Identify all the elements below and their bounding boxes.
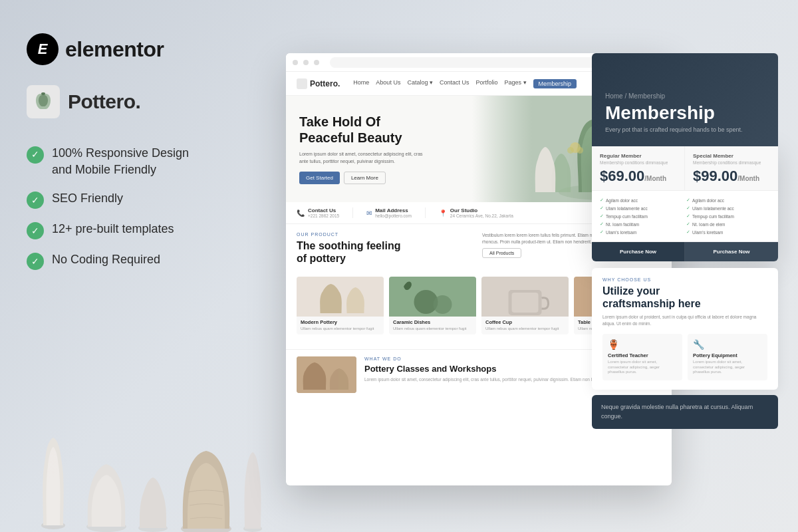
nav-contact[interactable]: Contact Us	[440, 79, 469, 88]
membership-panel: Home / Membership Membership Every pot t…	[592, 53, 778, 429]
svg-rect-15	[512, 293, 539, 313]
product-name-2: Caramic Dishes	[393, 319, 472, 325]
pricing-features-section: Agilam dolor acc Agilam dolor acc Ulam I…	[592, 191, 778, 242]
hero-btn-primary[interactable]: Get Started	[299, 172, 340, 184]
feature-text-3: 12+ pre-built templates	[52, 221, 174, 237]
product-info-3: Coffee Cup Ullam rebus quam elementor te…	[481, 317, 569, 334]
craft-label: Why Choose Us	[602, 277, 767, 282]
info-mail: ✉ Mail Address hello@pottero.com	[366, 207, 412, 218]
products-title-group: Our Product The soothing feelingof potte…	[297, 232, 475, 270]
purchase-regular-btn[interactable]: Purchase Now	[592, 242, 685, 261]
feature-s5: Ulam's loretsam	[686, 229, 770, 235]
contact-text: Contact Us +221 2862 2015	[308, 207, 339, 218]
svg-point-10	[567, 147, 574, 154]
info-divider-2	[425, 207, 426, 218]
product-card-2: Caramic Dishes Ullam rebus quam elemento…	[389, 277, 476, 334]
teacher-feature-name: Certified Teacher	[608, 352, 677, 358]
studio-label: Our Studio	[450, 207, 513, 213]
nav-home[interactable]: Home	[353, 79, 369, 88]
elementor-brand-name: elementor	[65, 37, 164, 62]
equipment-feature-desc: Lorem ipsum dolor sit amet, consectetur …	[693, 360, 762, 375]
special-member-desc: Membership conditions dimmasque	[693, 160, 770, 165]
pricing-features-grid: Agilam dolor acc Agilam dolor acc Ulam I…	[600, 198, 770, 235]
check-icon-1: ✓	[27, 146, 44, 164]
contact-label: Contact Us	[308, 207, 339, 213]
nav-about[interactable]: About Us	[376, 79, 400, 88]
hero-description: Lorem ipsum dolor sit amet, consectetur …	[299, 151, 432, 165]
all-products-btn[interactable]: All Products	[482, 248, 521, 258]
pottero-brand-icon	[27, 85, 60, 118]
feature-text-4: No Coding Required	[52, 251, 160, 268]
feature-item-4: ✓ No Coding Required	[27, 251, 279, 270]
special-member-name: Special Member	[693, 153, 770, 159]
product-desc-2: Ullam rebus quam elementor tempor fugit	[393, 327, 472, 332]
feature-s1: Agilam dolor acc	[686, 198, 770, 203]
membership-subtitle: Every pot that is crafted required hands…	[605, 126, 765, 133]
phone-icon: 📞	[297, 209, 305, 217]
teacher-feature-desc: Lorem ipsum dolor sit amet, consectetur …	[608, 360, 677, 375]
studio-address: 24 Ceramics Ave, No.22, Jakarta	[450, 213, 513, 218]
product-img-1	[297, 277, 384, 317]
site-logo-icon	[297, 78, 307, 89]
contact-number: +221 2862 2015	[308, 213, 339, 218]
nav-membership[interactable]: Membership	[533, 79, 577, 88]
check-icon-2: ✓	[27, 192, 44, 209]
special-member-price: $99.00/Month	[693, 169, 770, 184]
craft-feature-teacher: 🏺 Certified Teacher Lorem ipsum dolor si…	[602, 334, 682, 380]
craft-title: Utilize yourcraftsmanship here	[602, 285, 767, 310]
product-desc-1: Ullam rebus quam elementor tempor fugit	[301, 327, 380, 332]
purchase-special-btn[interactable]: Purchase Now	[685, 242, 778, 261]
product-card-3: Coffee Cup Ullam rebus quam elementor te…	[481, 277, 569, 334]
pricing-actions: Purchase Now Purchase Now	[592, 242, 778, 261]
craftsmanship-section: Why Choose Us Utilize yourcraftsmanship …	[592, 268, 778, 390]
pricing-header: Regular Member Membership conditions dim…	[592, 146, 778, 191]
classes-image	[297, 356, 356, 393]
hero-buttons: Get Started Learn More	[299, 172, 432, 184]
regular-member-desc: Membership conditions dimmasque	[600, 160, 676, 165]
pricing-special-col: Special Member Membership conditions dim…	[685, 146, 778, 190]
feature-item-2: ✓ SEO Friendly	[27, 190, 279, 209]
svg-point-11	[577, 147, 583, 154]
nav-catalog[interactable]: Catalog ▾	[407, 79, 433, 88]
regular-member-price: $69.00/Month	[600, 169, 676, 184]
craft-description: Lorem ipsum dolor ut proident, sunt in c…	[602, 314, 767, 327]
nav-pages[interactable]: Pages ▾	[504, 79, 526, 88]
product-name-1: Modern Pottery	[301, 319, 380, 325]
product-info-2: Caramic Dishes Ullam rebus quam elemento…	[389, 317, 476, 334]
elementor-logo: E elementor	[27, 33, 279, 65]
craft-feature-equipment: 🔧 Pottery Equipment Lorem ipsum dolor si…	[688, 334, 767, 380]
check-icon-3: ✓	[27, 222, 44, 239]
hero-btn-secondary[interactable]: Learn More	[344, 172, 386, 184]
hero-text: Take Hold OfPeaceful Beauty Lorem ipsum …	[299, 114, 432, 184]
product-img-2	[389, 277, 476, 317]
browser-dot-red	[293, 60, 298, 65]
feature-r3: Tempup cum facilitam	[600, 213, 684, 219]
equipment-icon: 🔧	[693, 339, 762, 350]
feature-r1: Agilam dolor acc	[600, 198, 684, 203]
nav-portfolio[interactable]: Portfolio	[475, 79, 497, 88]
dark-section-text: Neque gravida molestie nulla pharetra at…	[601, 403, 769, 421]
mail-value: hello@pottero.com	[375, 213, 412, 218]
craft-features-grid: 🏺 Certified Teacher Lorem ipsum dolor si…	[602, 334, 767, 380]
equipment-feature-name: Pottery Equipment	[693, 352, 762, 358]
feature-s4: Nt. Ioam de elem	[686, 221, 770, 227]
product-img-3	[481, 277, 569, 317]
membership-breadcrumb: Home / Membership	[605, 92, 765, 100]
product-desc-3: Ullam rebus quam elementor tempor fugit	[485, 327, 565, 332]
product-card-1: Modern Pottery Ullam rebus quam elemento…	[297, 277, 384, 334]
info-divider-1	[352, 207, 353, 218]
elementor-icon: E	[27, 33, 59, 65]
mail-label: Mail Address	[375, 207, 412, 213]
features-list: ✓ 100% Responsive Designand Mobile Frien…	[27, 145, 279, 270]
check-icon-4: ✓	[27, 253, 44, 270]
dark-bottom-section: Neque gravida molestie nulla pharetra at…	[592, 395, 778, 429]
site-logo: Pottero.	[297, 78, 340, 89]
pricing-regular-col: Regular Member Membership conditions dim…	[592, 146, 685, 190]
left-panel: E elementor Pottero. ✓ 100% Responsive D…	[27, 33, 279, 290]
browser-dot-yellow	[303, 60, 309, 65]
svg-rect-0	[41, 92, 45, 95]
product-info-1: Modern Pottery Ullam rebus quam elemento…	[297, 317, 384, 334]
membership-pricing-card: Regular Member Membership conditions dim…	[592, 146, 778, 261]
product-name-3: Coffee Cup	[485, 319, 565, 325]
feature-r4: Nt. Ioam facilitam	[600, 221, 684, 227]
